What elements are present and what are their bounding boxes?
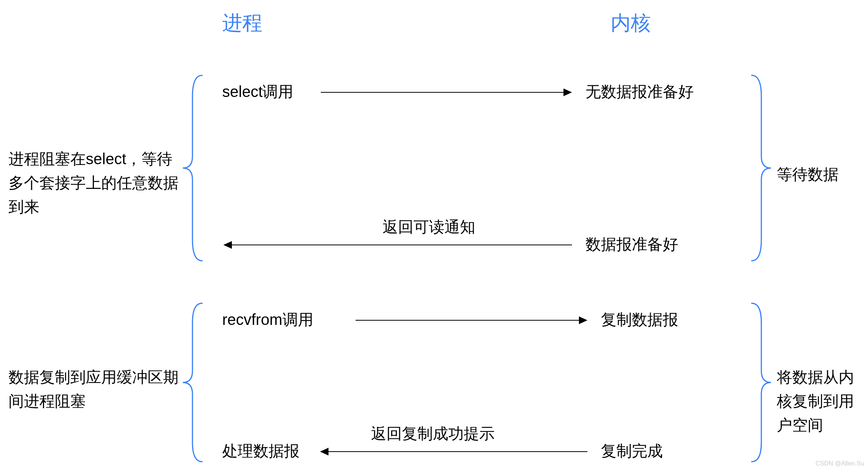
header-process: 进程	[222, 10, 262, 37]
phase1-left-desc: 进程阻塞在select，等待多个套接字上的任意数据到来	[9, 147, 182, 219]
brace-right-phase1-icon	[750, 73, 773, 263]
phase1-no-data-ready: 无数据报准备好	[585, 81, 694, 102]
phase1-data-ready: 数据报准备好	[585, 234, 678, 255]
arrow-recvfrom-to-kernel	[356, 320, 580, 321]
brace-left-phase2-icon	[181, 301, 204, 464]
phase1-return-label: 返回可读通知	[383, 216, 475, 238]
header-kernel: 内核	[611, 10, 651, 37]
arrow-select-to-kernel	[321, 92, 564, 93]
phase2-right-desc: 将数据从内核复制到用户空间	[777, 365, 862, 437]
brace-left-phase1-icon	[181, 73, 204, 263]
phase2-return-label: 返回复制成功提示	[371, 423, 495, 444]
arrow-head-icon	[579, 316, 587, 324]
brace-right-phase2-icon	[750, 301, 773, 464]
arrow-return-copy-success	[328, 451, 587, 452]
phase2-process-datagram: 处理数据报	[222, 440, 300, 462]
watermark: CSDN @Allen.Su	[815, 460, 864, 467]
arrow-return-readable	[232, 245, 572, 245]
arrow-head-icon	[320, 448, 328, 455]
phase2-left-desc: 数据复制到应用缓冲区期间进程阻塞	[9, 365, 182, 413]
phase1-right-desc: 等待数据	[777, 162, 862, 186]
arrow-head-icon	[563, 88, 572, 96]
phase2-copy-datagram: 复制数据报	[601, 309, 678, 330]
phase2-recvfrom-call: recvfrom调用	[222, 309, 313, 330]
phase1-select-call: select调用	[222, 81, 294, 102]
phase2-copy-complete: 复制完成	[601, 440, 663, 462]
arrow-head-icon	[223, 241, 232, 249]
